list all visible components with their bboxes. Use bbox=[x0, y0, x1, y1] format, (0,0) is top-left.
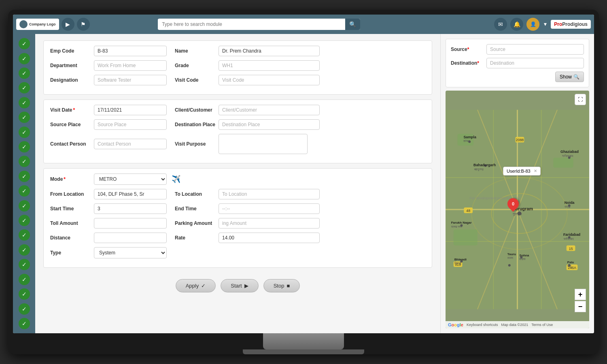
sidebar-item-12[interactable]: ✓ bbox=[17, 199, 32, 212]
sidebar-item-16[interactable]: ✓ bbox=[17, 258, 32, 271]
contact-person-label: Contact Person bbox=[50, 141, 91, 147]
end-time-input[interactable] bbox=[219, 203, 320, 214]
map-container: 2088 48 15 246A 919 bbox=[446, 91, 589, 328]
sidebar-item-1[interactable]: ✓ bbox=[17, 37, 32, 50]
visit-date-input[interactable] bbox=[94, 105, 167, 115]
desig-visitcode-row: Designation Visit Code bbox=[50, 75, 425, 85]
rate-input[interactable] bbox=[219, 233, 320, 243]
designation-input[interactable] bbox=[94, 75, 167, 85]
visit-purpose-textarea[interactable] bbox=[219, 134, 308, 154]
grade-label: Grade bbox=[175, 63, 215, 68]
check-icon-19: ✓ bbox=[19, 303, 30, 315]
check-icon-9: ✓ bbox=[19, 156, 30, 167]
svg-text:Sohna: Sohna bbox=[519, 254, 529, 257]
department-input[interactable] bbox=[94, 60, 167, 71]
sidebar-item-6[interactable]: ✓ bbox=[17, 111, 32, 124]
start-time-input[interactable] bbox=[94, 203, 167, 214]
map-tooltip: ✕ UserId:B-83 bbox=[503, 167, 541, 176]
stop-button[interactable]: Stop ■ bbox=[263, 279, 300, 292]
map-footer-data: Map data ©2021 bbox=[501, 323, 528, 327]
distance-input[interactable] bbox=[94, 233, 167, 243]
map-footer-shortcuts[interactable]: Keyboard shortcuts bbox=[467, 323, 498, 327]
start-button[interactable]: Start ▶ bbox=[221, 279, 258, 292]
search-input[interactable] bbox=[158, 19, 345, 30]
marker-pin: 0 bbox=[505, 196, 521, 212]
toll-amount-input[interactable] bbox=[94, 218, 167, 229]
zoom-out-button[interactable]: − bbox=[575, 301, 586, 312]
sidebar-item-2[interactable]: ✓ bbox=[17, 52, 32, 65]
source-place-input[interactable] bbox=[94, 119, 167, 130]
nav-bookmark-btn[interactable]: ⚑ bbox=[77, 18, 90, 31]
visit-purpose-label: Visit Purpose bbox=[175, 141, 215, 147]
client-input[interactable] bbox=[219, 105, 320, 115]
svg-rect-13 bbox=[454, 229, 478, 245]
svg-rect-12 bbox=[553, 158, 573, 168]
source-row: Source bbox=[451, 44, 584, 55]
right-panel: Source Destination Show 🔍 bbox=[440, 34, 594, 333]
tooltip-text: UserId:B-83 bbox=[507, 169, 531, 174]
nav-forward-btn[interactable]: ▶ bbox=[62, 18, 74, 31]
map-svg: 2088 48 15 246A 919 bbox=[446, 91, 589, 328]
name-input[interactable] bbox=[219, 46, 320, 56]
sidebar-item-3[interactable]: ✓ bbox=[17, 67, 32, 80]
stop-square-icon: ■ bbox=[287, 283, 290, 289]
map-fullscreen-button[interactable]: ⛶ bbox=[575, 94, 586, 105]
sidebar-item-4[interactable]: ✓ bbox=[17, 81, 32, 94]
end-time-label: End Time bbox=[175, 206, 215, 212]
sidebar-item-8[interactable]: ✓ bbox=[17, 140, 32, 153]
parking-amount-label: Parking Amount bbox=[175, 220, 215, 226]
sidebar: ✓ ✓ ✓ ✓ ✓ ✓ ✓ ✓ ✓ ✓ ✓ ✓ ✓ ✓ ✓ ✓ ✓ ✓ ✓ ✓ bbox=[13, 34, 35, 333]
contact-purpose-row: Contact Person Visit Purpose bbox=[50, 134, 425, 154]
source-input[interactable] bbox=[486, 44, 584, 55]
sidebar-item-5[interactable]: ✓ bbox=[17, 96, 32, 109]
check-icon-18: ✓ bbox=[19, 288, 30, 300]
sidebar-item-15[interactable]: ✓ bbox=[17, 243, 32, 256]
zoom-in-button[interactable]: + bbox=[575, 289, 586, 300]
check-icon-10: ✓ bbox=[19, 171, 30, 182]
apply-button[interactable]: Apply ✓ bbox=[176, 279, 216, 292]
svg-text:बहादुरगढ़: बहादुरगढ़ bbox=[474, 168, 484, 171]
grade-input[interactable] bbox=[219, 60, 320, 71]
sidebar-item-17[interactable]: ✓ bbox=[17, 273, 32, 286]
department-label: Department bbox=[50, 63, 91, 68]
toll-amount-label: Toll Amount bbox=[50, 220, 91, 226]
map-footer-terms[interactable]: Terms of Use bbox=[531, 323, 553, 327]
svg-text:Farukh Nagar: Farukh Nagar bbox=[451, 221, 472, 225]
sidebar-item-14[interactable]: ✓ bbox=[17, 229, 32, 241]
sidebar-item-19[interactable]: ✓ bbox=[17, 302, 32, 315]
dest-place-input[interactable] bbox=[219, 119, 320, 130]
emp-name-row: Emp Code Name bbox=[50, 46, 425, 56]
svg-text:सांपला: सांपला bbox=[463, 140, 470, 142]
sidebar-item-10[interactable]: ✓ bbox=[17, 170, 32, 183]
destination-input[interactable] bbox=[486, 58, 584, 68]
transport-icon: ✈️ bbox=[172, 175, 180, 184]
google-logo: Google bbox=[448, 322, 463, 327]
contact-person-input[interactable] bbox=[94, 139, 167, 149]
type-row: Type System Manual bbox=[50, 247, 425, 258]
sidebar-item-13[interactable]: ✓ bbox=[17, 214, 32, 227]
check-icon-7: ✓ bbox=[19, 127, 30, 138]
visit-code-input[interactable] bbox=[219, 75, 320, 85]
bell-icon-btn[interactable]: 🔔 bbox=[510, 18, 523, 31]
mode-select[interactable]: METRO CAR BUS TRAIN AUTO bbox=[94, 174, 167, 185]
sidebar-item-18[interactable]: ✓ bbox=[17, 288, 32, 301]
mail-icon-btn[interactable]: ✉ bbox=[494, 18, 507, 31]
source-dest-place-row: Source Place Destination Place bbox=[50, 119, 425, 130]
sidebar-item-20[interactable]: ✓ bbox=[17, 317, 32, 330]
start-time-label: Start Time bbox=[50, 206, 91, 212]
distance-rate-row: Distance Rate bbox=[50, 233, 425, 243]
emp-code-input[interactable] bbox=[94, 46, 167, 56]
to-location-input[interactable] bbox=[219, 189, 320, 199]
avatar-btn[interactable]: 👤 bbox=[526, 18, 539, 31]
sidebar-item-9[interactable]: ✓ bbox=[17, 155, 32, 168]
tooltip-close-icon[interactable]: ✕ bbox=[534, 169, 537, 173]
parking-amount-input[interactable] bbox=[219, 218, 320, 229]
sidebar-item-7[interactable]: ✓ bbox=[17, 125, 32, 138]
show-button[interactable]: Show 🔍 bbox=[555, 72, 584, 82]
type-select[interactable]: System Manual bbox=[94, 247, 167, 258]
check-icon-13: ✓ bbox=[19, 215, 30, 226]
sidebar-item-11[interactable]: ✓ bbox=[17, 184, 32, 197]
dest-place-label: Destination Place bbox=[175, 122, 215, 127]
from-location-input[interactable] bbox=[94, 189, 167, 199]
search-button[interactable]: 🔍 bbox=[345, 19, 360, 30]
